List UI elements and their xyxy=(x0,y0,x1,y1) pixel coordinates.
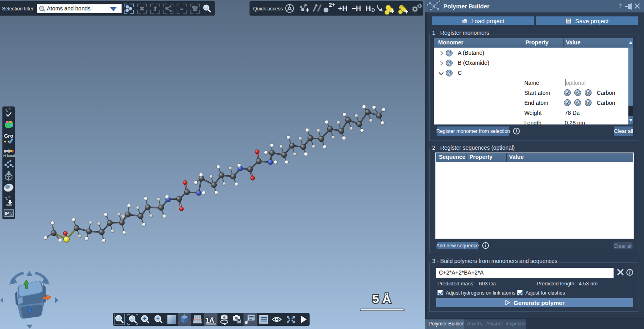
svg-text:5 Å: 5 Å xyxy=(372,292,391,305)
svg-text:+H: +H xyxy=(338,4,348,12)
svg-text:H: H xyxy=(366,4,371,12)
svg-text:H-bond: H-bond xyxy=(3,154,15,158)
svg-text:IP: IP xyxy=(5,211,9,216)
svg-text:−H: −H xyxy=(352,4,361,12)
svg-text:[y]:: [y]: xyxy=(10,212,14,216)
svg-text:1Å: 1Å xyxy=(205,317,214,324)
svg-text:2+: 2+ xyxy=(329,2,335,8)
svg-text:Gro: Gro xyxy=(4,133,13,139)
